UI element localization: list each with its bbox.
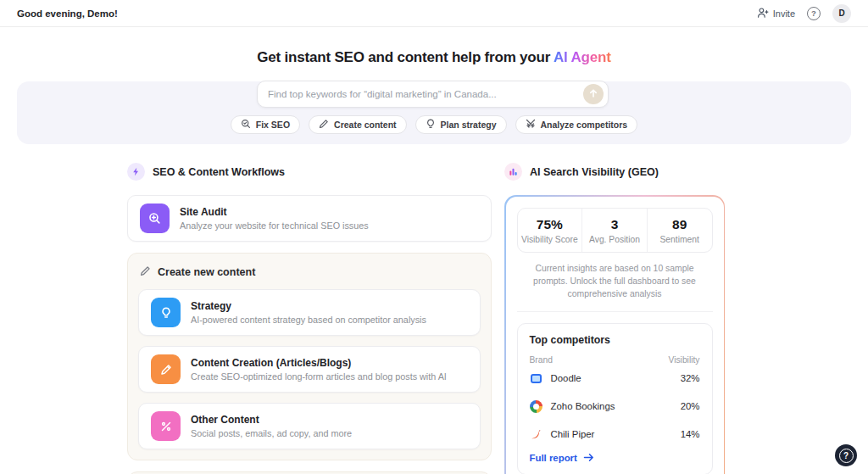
geo-header: AI Search Visibility (GEO) [504,163,725,181]
content-creation-card[interactable]: Content Creation (Articles/Blogs) Create… [138,346,481,393]
pencil-icon [140,265,151,279]
competitor-row-zoho[interactable]: Zoho Bookings 20% [530,393,700,421]
arrow-right-icon [583,453,594,464]
question-glyph: ? [843,451,849,460]
ai-agent-search-bar [257,81,609,108]
page-title: Get instant SEO and content help from yo… [0,49,868,66]
competitor-visibility: 32% [681,373,700,383]
stat-label: Visibility Score [521,235,579,244]
strategy-title: Strategy [191,300,426,312]
column-visibility: Visibility [668,355,699,365]
competitor-visibility: 14% [681,429,700,439]
arrow-up-icon [588,88,598,101]
help-glyph: ? [811,8,816,18]
other-content-title: Other Content [191,414,352,426]
content-creation-description: Create SEO-optimized long-form articles … [191,371,447,382]
competitor-name: Zoho Bookings [551,401,672,411]
chip-label: Analyze competitors [541,120,628,130]
site-audit-title: Site Audit [180,206,369,218]
geo-panel: 75% Visibility Score 3 Avg. Position 89 … [504,195,725,474]
bar-chart-icon [504,163,522,181]
stat-avg-position: 3 Avg. Position [582,209,648,252]
site-audit-icon [140,204,170,233]
competitor-visibility: 20% [681,401,700,411]
site-audit-card[interactable]: Site Audit Analyze your website for tech… [127,195,492,242]
chip-fix-seo[interactable]: Fix SEO [231,115,300,134]
chip-analyze-competitors[interactable]: Analyze competitors [515,115,638,134]
competitor-row-doodle[interactable]: Doodle 32% [530,365,700,393]
stat-label: Avg. Position [586,235,643,244]
invite-label: Invite [773,8,795,19]
quick-action-chips: Fix SEO Create content Plan strategy [0,115,868,134]
top-competitors-card: Top competitors Brand Visibility Doodle … [517,323,713,474]
top-competitors-title: Top competitors [530,334,700,346]
competitor-row-chili-piper[interactable]: Chili Piper 14% [530,421,700,449]
workflows-column: SEO & Content Workflows Site Audit Analy… [127,163,492,474]
chip-label: Create content [334,120,397,130]
avatar-initial: D [838,8,844,18]
app-window: Good evening, Demo! Invite ? D Get i [0,0,868,474]
submit-button[interactable] [583,84,604,104]
stat-visibility-score: 75% Visibility Score [518,209,583,252]
create-content-section: Create new content Strategy AI-powered c… [127,253,492,460]
topbar-actions: Invite ? D [757,4,851,23]
strategy-icon [151,298,181,327]
page-title-prefix: Get instant SEO and content help from yo… [257,49,554,65]
stat-value: 3 [586,217,643,232]
geo-title: AI Search Visibility (GEO) [530,166,659,178]
avatar[interactable]: D [832,4,851,23]
other-content-card[interactable]: Other Content Social posts, emails, ad c… [138,403,481,449]
geo-sample-note: Current insights are based on 10 sample … [522,262,708,300]
floating-help-button[interactable]: ? [835,444,857,466]
swords-icon [526,119,536,131]
stat-value: 75% [521,217,579,232]
stat-label: Sentiment [651,235,709,244]
greeting-text: Good evening, Demo! [17,8,118,19]
pencil-icon [319,119,329,131]
chip-label: Plan strategy [441,120,497,130]
topbar: Good evening, Demo! Invite ? D [0,0,868,27]
strategy-description: AI-powered content strategy based on com… [191,315,426,325]
lightning-icon [127,163,145,181]
geo-column: AI Search Visibility (GEO) 75% Visibilit… [504,163,725,474]
workflows-title: SEO & Content Workflows [153,166,285,178]
chip-label: Fix SEO [256,120,290,130]
other-content-icon [151,411,181,441]
divider [517,311,713,312]
content-creation-icon [151,354,181,384]
competitors-table-header: Brand Visibility [530,355,700,365]
search-icon [241,119,251,131]
invite-button[interactable]: Invite [757,7,795,20]
create-content-title: Create new content [158,266,255,278]
page-title-highlight: AI Agent [554,49,611,65]
doodle-logo [530,372,542,385]
workflows-header: SEO & Content Workflows [127,163,492,181]
search-input[interactable] [268,89,583,99]
create-content-header: Create new content [138,264,481,289]
chili-piper-logo [530,428,542,441]
chip-plan-strategy[interactable]: Plan strategy [415,115,507,134]
lightbulb-icon [426,119,436,131]
user-plus-icon [757,7,769,20]
question-mark-icon: ? [839,449,854,463]
chip-create-content[interactable]: Create content [309,115,407,134]
competitor-name: Chili Piper [551,429,672,439]
zoho-bookings-logo [530,400,542,413]
stat-value: 89 [651,217,709,232]
content-creation-title: Content Creation (Articles/Blogs) [191,357,447,369]
other-content-description: Social posts, emails, ad copy, and more [191,428,352,438]
stat-sentiment: 89 Sentiment [648,209,712,252]
help-icon[interactable]: ? [807,7,821,20]
column-brand: Brand [530,355,553,365]
full-report-label: Full report [530,453,577,463]
strategy-card[interactable]: Strategy AI-powered content strategy bas… [138,289,481,336]
geo-stats-card: 75% Visibility Score 3 Avg. Position 89 … [517,208,713,253]
site-audit-description: Analyze your website for technical SEO i… [180,220,369,231]
competitor-name: Doodle [551,373,672,383]
full-report-link[interactable]: Full report [530,453,594,464]
